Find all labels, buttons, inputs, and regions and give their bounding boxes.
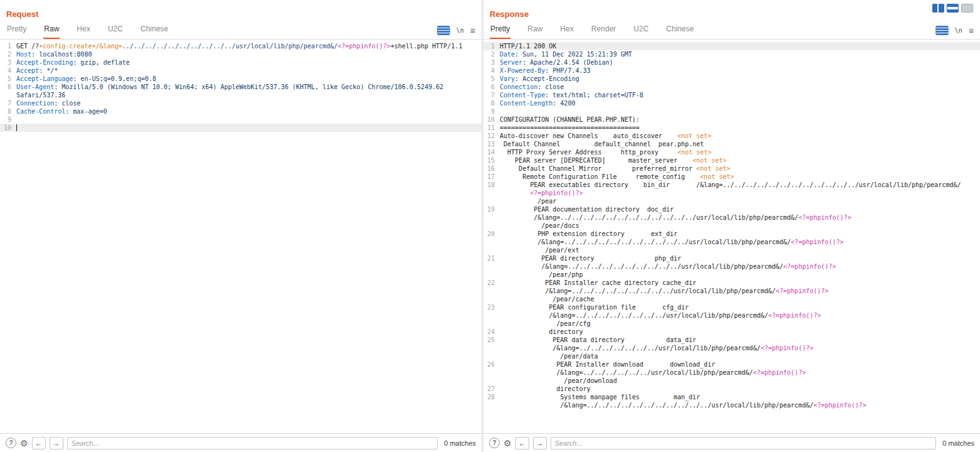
line-number: 2 [483,50,495,58]
code-line: 5Accept-Language: en-US;q=0.9,en;q=0.8 [0,75,482,83]
line-number: 22 [483,279,495,303]
code-line: 19 PEAR documentation directory doc_dir … [483,205,980,230]
tab-chinese[interactable]: Chinese [665,22,694,39]
line-number: 10 [483,116,495,124]
tab-raw[interactable]: Raw [43,22,60,39]
line-content: ===================================== [495,124,980,132]
line-number: 26 [483,360,495,385]
line-content: PEAR Installer download download_dir /&l… [495,360,980,385]
line-number: 18 [483,181,495,205]
message-editor-split: Request PrettyRawHexU2CChinese \n ≡ 1GET… [0,0,980,452]
line-content: Vary: Accept-Encoding [495,75,980,83]
request-tabbar: PrettyRawHexU2CChinese \n ≡ [0,22,482,40]
line-number: 4 [0,67,11,75]
layout-stacked-icon[interactable] [947,4,959,13]
line-content [11,124,482,132]
next-match-button[interactable]: → [50,437,63,449]
line-number: 4 [483,67,495,75]
response-panel: Response PrettyRawHexRenderU2CChinese \n… [483,0,980,452]
line-number: 2 [0,50,11,58]
tab-render[interactable]: Render [591,22,617,39]
tab-u2c[interactable]: U2C [633,22,649,39]
gear-icon[interactable]: ⚙ [503,438,512,448]
tab-hex[interactable]: Hex [559,22,574,39]
line-content: PEAR server [DEPRECATED] master_server <… [495,156,980,164]
next-match-button[interactable]: → [533,437,547,449]
line-number: 12 [483,132,495,140]
line-content: Accept: */* [11,67,482,75]
line-content: PEAR executables directory bin_dir /&lan… [495,181,980,205]
line-number: 11 [483,124,495,132]
line-number: 9 [0,116,11,124]
tab-raw[interactable]: Raw [527,22,543,39]
line-content: directory [495,385,980,393]
search-input[interactable] [67,437,438,449]
newline-toggle-icon[interactable]: \n [456,27,464,34]
line-number: 10 [0,124,11,132]
line-content: GET /?+config-create+/&lang=../../../../… [11,42,482,50]
code-line: 7Content-Type: text/html; charset=UTF-8 [483,91,980,99]
line-content: Content-Type: text/html; charset=UTF-8 [495,91,980,99]
tab-hex[interactable]: Hex [76,22,90,39]
search-input[interactable] [551,437,937,449]
response-panel-title: Response [483,0,980,22]
code-line: 4Accept: */* [0,67,482,75]
line-number: 20 [483,230,495,254]
code-line: 9 [0,116,482,124]
request-panel: Request PrettyRawHexU2CChinese \n ≡ 1GET… [0,0,483,452]
highlight-toggle-icon[interactable] [935,26,949,35]
line-number: 8 [483,99,495,107]
code-line: 21 PEAR directory php_dir /&lang=../../.… [483,254,980,279]
code-line: 22 PEAR Installer cache directory cache_… [483,279,980,303]
code-line: 7Connection: close [0,99,482,107]
line-content: PEAR documentation directory doc_dir /&l… [495,205,980,230]
code-line: 6Connection: close [483,83,980,91]
line-number: 17 [483,173,495,181]
request-searchbar: ? ⚙ ← → 0 matches [0,433,482,452]
line-number: 7 [0,99,11,107]
response-tab-icons: \n ≡ [935,26,974,39]
line-content: Connection: close [11,99,482,107]
line-number: 3 [0,58,11,67]
tab-chinese[interactable]: Chinese [140,22,169,39]
line-number: 15 [483,156,495,164]
prev-match-button[interactable]: ← [515,437,529,449]
line-number: 1 [0,42,11,50]
line-number: 19 [483,205,495,230]
request-editor[interactable]: 1GET /?+config-create+/&lang=../../../..… [0,40,482,433]
line-content: HTTP Proxy Server Address http_proxy <no… [495,148,980,156]
match-count: 0 matches [942,439,974,447]
gear-icon[interactable]: ⚙ [20,438,28,448]
line-number: 8 [0,107,11,116]
line-number: 1 [483,42,495,50]
response-tabbar: PrettyRawHexRenderU2CChinese \n ≡ [483,22,980,40]
highlight-toggle-icon[interactable] [437,26,450,35]
code-line: 20 PHP extension directory ext_dir /&lan… [483,230,980,254]
code-line: 16 Default Channel Mirror preferred_mirr… [483,164,980,173]
help-icon[interactable]: ? [6,438,16,448]
editor-menu-icon[interactable]: ≡ [470,26,475,35]
code-line: 27 directory [483,385,980,393]
editor-menu-icon[interactable]: ≡ [969,26,974,35]
tab-pretty[interactable]: Pretty [490,22,510,39]
tab-pretty[interactable]: Pretty [6,22,27,39]
line-content: Systems manpage files man_dir /&lang=../… [495,393,980,409]
line-content: Auto-discover new Channels auto_discover… [495,132,980,140]
tabs: PrettyRawHexU2CChinese [6,22,437,39]
prev-match-button[interactable]: ← [32,437,46,449]
line-content: Default Channel Mirror preferred_mirror … [495,164,980,173]
code-line: 15 PEAR server [DEPRECATED] master_serve… [483,156,980,164]
tab-u2c[interactable]: U2C [107,22,124,39]
newline-toggle-icon[interactable]: \n [955,27,962,34]
line-content: Date: Sun, 11 Dec 2022 15:21:39 GMT [495,50,980,58]
code-line: 23 PEAR configuration file cfg_dir /&lan… [483,303,980,328]
response-searchbar: ? ⚙ ← → 0 matches [483,433,980,452]
line-number: 21 [483,254,495,279]
help-icon[interactable]: ? [489,438,500,448]
line-content: Server: Apache/2.4.54 (Debian) [495,58,980,67]
line-number: 24 [483,328,495,336]
layout-side-by-side-icon[interactable] [932,4,944,13]
layout-maximize-icon[interactable] [961,4,973,13]
code-line: 3Accept-Encoding: gzip, deflate [0,58,482,67]
response-viewer[interactable]: 1HTTP/1.1 200 OK2Date: Sun, 11 Dec 2022 … [483,40,980,433]
